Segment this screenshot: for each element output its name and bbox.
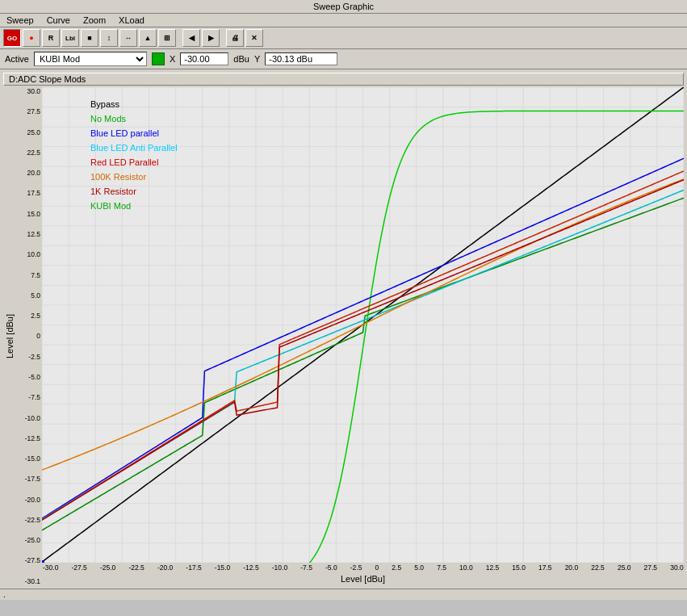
legend-no-mods: No Mods [90,111,178,126]
green-indicator [152,52,165,65]
x-label: X [170,54,175,64]
d-adc-button[interactable]: D:ADC Slope Mods [3,73,684,86]
menu-xload[interactable]: XLoad [115,15,148,25]
btn-label[interactable]: Lbl [61,29,79,47]
legend-1k: 1K Resistor [90,184,178,199]
btn-right[interactable]: ↔ [119,29,137,47]
btn-forward[interactable]: ▶ [202,29,220,47]
y-axis-label: Level [dBu] [3,87,16,585]
menu-sweep[interactable]: Sweep [3,15,37,25]
status-bar: . [0,589,687,600]
legend-100k: 100K Resistor [90,170,178,184]
btn-square[interactable]: ■ [81,29,98,47]
btn-back[interactable]: ◀ [182,29,200,47]
menu-curve[interactable]: Curve [44,15,73,25]
active-label: Active [5,54,29,64]
x-value: -30.00 [180,52,228,65]
status-text: . [3,590,6,599]
btn-close[interactable]: ✕ [245,29,263,47]
y-label: Y [254,54,260,64]
btn-go[interactable]: GO [3,29,21,47]
btn-triangle[interactable]: ▲ [139,29,157,47]
btn-grid[interactable]: ⊞ [158,29,176,47]
x-axis-label: Level [dBu] [42,572,684,585]
legend-blue-anti: Blue LED Anti Parallel [90,140,178,155]
y-ticks-container: 30.0 27.5 25.0 22.5 20.0 17.5 15.0 12.5 … [16,87,42,585]
menu-bar: Sweep Curve Zoom XLoad [0,14,687,27]
x-unit: dBu [233,54,249,64]
legend-red: Red LED Parallel [90,155,178,170]
active-bar: Active KUBI Mod No Mods Blue LED paralle… [0,49,687,69]
window-title: Sweep Graphic [313,2,374,11]
legend: Bypass No Mods Blue LED parallel Blue LE… [90,97,178,213]
btn-up[interactable]: ↕ [100,29,118,47]
active-select[interactable]: KUBI Mod No Mods Blue LED parallel Bypas… [34,52,147,66]
menu-zoom[interactable]: Zoom [80,15,109,25]
title-bar: Sweep Graphic [0,0,687,14]
btn-record[interactable]: ● [23,29,40,47]
btn-print[interactable]: 🖨 [226,29,244,47]
y-value: -30.13 dBu [265,52,337,65]
legend-kubi: KUBI Mod [90,199,178,213]
x-ticks: -30.0 -27.5 -25.0 -22.5 -20.0 -17.5 -15.… [43,563,684,572]
chart-area: Bypass No Mods Blue LED parallel Blue LE… [42,87,684,563]
main-area: D:ADC Slope Mods Level [dBu] 30.0 27.5 2… [0,69,687,589]
legend-bypass: Bypass [90,97,178,111]
toolbar: GO ● R Lbl ■ ↕ ↔ ▲ ⊞ ◀ ▶ 🖨 ✕ [0,27,687,49]
legend-blue-parallel: Blue LED parallel [90,126,178,140]
btn-r[interactable]: R [42,29,60,47]
